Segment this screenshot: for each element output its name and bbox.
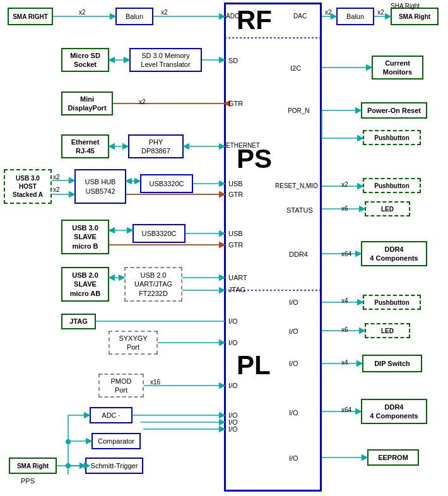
x64-ddr4-top: x64 [341, 251, 351, 257]
io-pin1-label: I/O [228, 317, 238, 325]
comparator-box: Comparator [91, 433, 141, 449]
jtag-pin-label: JTAG [228, 286, 245, 293]
io-pin3-label: I/O [228, 382, 238, 389]
power-reset-box: Power-On Reset [361, 102, 427, 119]
io-pin5-label: I/O [289, 328, 298, 335]
dac-pin-label: DAC [293, 13, 307, 20]
x2-usb-host2: x2 [53, 186, 60, 193]
i2c-pin-label: I2C [290, 64, 301, 72]
usb3320c-bot-box: USB3320C [133, 224, 186, 243]
usb30-host-box: USB 3.0HOSTStacked A [4, 169, 52, 204]
phy-box: PHYDP83867 [128, 134, 184, 158]
reset-n-label: RESET_N,MIO [275, 182, 318, 189]
x4-io1: x4 [341, 297, 348, 304]
pps-label: PPS [21, 477, 35, 485]
x2-balun-adc: x2 [161, 9, 168, 16]
x2-reset: x2 [341, 181, 348, 188]
x6-status: x6 [341, 205, 348, 212]
x2-dac-balun: x2 [325, 9, 332, 16]
rf-label: RF [237, 5, 272, 35]
sma-right-right-box: SMA Right [391, 8, 439, 25]
ethernet-pin-label: ETHERNET [226, 142, 260, 149]
pushbutton3-box: Pushbutton [363, 295, 421, 310]
schmitt-box: Schmitt-Trigger [85, 458, 143, 474]
ethernet-box: EthernetRJ-45 [61, 134, 109, 158]
io-pin11-label: I/O [289, 454, 298, 462]
io-pin10-label: I/O [289, 409, 298, 416]
x2-sma-balun: x2 [79, 9, 86, 16]
sma-right-left-box: SMA RIGHT [8, 8, 53, 25]
micro-sd-box: Micro SDSocket [61, 48, 109, 72]
usb30-slave-box: USB 3.0SLAVEmicro B [61, 220, 109, 254]
balun-right-box: Balun [336, 8, 374, 25]
status-label: STATUS [286, 206, 313, 214]
gtr-pin1-label: GTR [228, 100, 243, 107]
usb-pin2-label: USB [228, 230, 243, 237]
sd-memory-box: SD 3.0 MemoryLevel Translator [129, 48, 202, 72]
sma-right-left2-box: SMA Right [9, 458, 57, 474]
dip-switch-box: DIP Switch [362, 355, 422, 372]
block-diagram: RF PS PL SMA RIGHT Balun Micro SDSocket … [0, 0, 448, 496]
io-pin9-label: I/O [228, 425, 238, 433]
gtr-pin3-label: GTR [228, 241, 243, 249]
pushbutton2-box: Pushbutton [363, 178, 421, 193]
led1-box: LED [365, 201, 410, 216]
io-pin6-label: I/O [289, 360, 298, 367]
io-pin2-label: I/O [228, 339, 238, 346]
pmod-box: PMODPort [98, 374, 144, 398]
adc-pin-label: ADC [226, 13, 239, 20]
x2-balun-sma: x2 [377, 9, 384, 16]
x2-mini-dp: x2 [139, 98, 146, 105]
usb20-uart-box: USB 2.0UART/JTAGFT2232D [124, 267, 182, 302]
mini-dp-box: MiniDisplayPort [61, 92, 113, 115]
adc-box: ADC · [90, 407, 133, 423]
syxygy-box: SYXYGYPort [109, 331, 158, 355]
svg-point-42 [66, 463, 71, 468]
x6-io2: x6 [341, 326, 348, 333]
pushbutton1-box: Pushbutton [363, 130, 421, 145]
x16-pmod: x16 [150, 379, 160, 386]
led2-box: LED [365, 323, 410, 338]
jtag-box: JTAG [61, 314, 96, 329]
sd-pin-label: SD [228, 57, 238, 64]
x2-usb-host1: x2 [53, 174, 60, 180]
usb20-slave-box: USB 2.0SLAVEmicro AB [61, 267, 109, 302]
svg-point-41 [66, 439, 71, 444]
pl-label: PL [237, 350, 271, 381]
ddr4-bot-box: DDR44 Components [361, 399, 427, 424]
io-pin4-label: I/O [289, 298, 298, 306]
por-n-label: POR_N [288, 107, 309, 114]
usb-pin1-label: USB [228, 180, 243, 187]
x4-io3: x4 [341, 359, 348, 366]
usb3320c-top-box: USB3320C [140, 174, 193, 193]
uart-pin-label: UART [228, 274, 247, 281]
ddr4-top-box: DDR44 Components [361, 241, 427, 266]
current-mon-box: CurrentMonitors [372, 56, 423, 80]
x64-ddr4-bot: x64 [341, 406, 351, 413]
gtr-pin2-label: GTR [228, 191, 243, 198]
usb-hub-box: USB HUBUSB5742 [74, 169, 126, 204]
balun-left-box: Balun [115, 8, 153, 25]
sha-right-label: SHA Right [391, 3, 420, 9]
ddr4-pin-label: DDR4 [289, 251, 308, 258]
eeprom-box: EEPROM [367, 449, 419, 466]
